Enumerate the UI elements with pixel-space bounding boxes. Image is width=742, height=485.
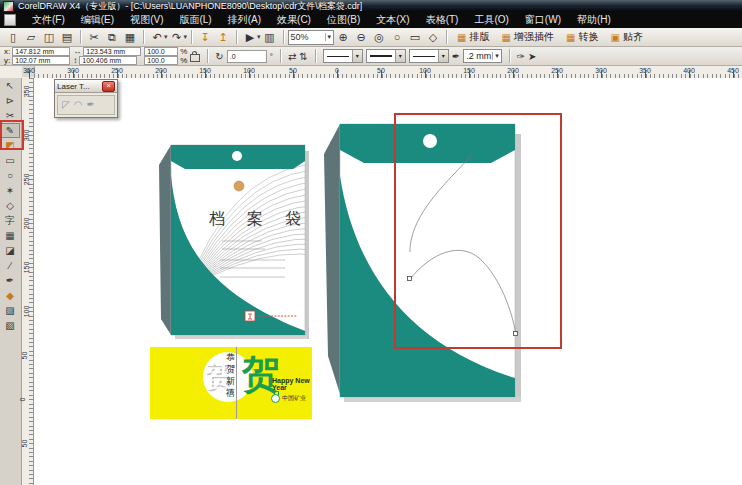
table-tool[interactable]: ▦ (0, 228, 20, 243)
x-position-field[interactable]: 147.812 mm (12, 47, 70, 56)
laser-panel-titlebar[interactable]: Laser T... × (55, 80, 117, 93)
ellipse-tool[interactable]: ○ (0, 168, 20, 183)
rectangle-tool[interactable]: ▭ (0, 153, 20, 168)
wrap-text-icon[interactable]: ✑ (517, 48, 525, 65)
polygon-tool[interactable]: ✶ (0, 183, 20, 198)
scale-fields: 100.0 % 100.0 % (144, 48, 187, 65)
close-icon[interactable]: × (102, 81, 115, 92)
copy-icon[interactable]: ⧉ (103, 29, 121, 46)
rotation-angle-field[interactable]: .0 (227, 50, 267, 63)
chevron-down-icon: ▾ (352, 50, 362, 62)
outline-pen-icon: ✒ (6, 275, 14, 286)
standard-toolbar: ▯ ▱ ◫ ▤ ✂ ⧉ ▦ ↶ ▾ ↷ ▾ ↧ ↥ ▶ ▾ ▥ 50% ▾ ⊕ … (0, 28, 742, 47)
mirror-horizontal-icon[interactable]: ⇄ (288, 48, 296, 65)
chevron-down-icon[interactable]: ▾ (492, 52, 499, 60)
zoom-in-icon[interactable]: ⊕ (334, 29, 352, 46)
menu-item-table[interactable]: 表格(T) (418, 12, 467, 28)
order-icon[interactable]: ➤ (528, 48, 536, 65)
menu-item-effects[interactable]: 效果(C) (269, 12, 319, 28)
menu-item-help[interactable]: 帮助(H) (569, 12, 619, 28)
open-icon[interactable]: ▱ (22, 29, 40, 46)
display-mode-icon[interactable]: ▥ (261, 29, 279, 46)
eyedropper-tool[interactable]: ∕ (0, 258, 20, 273)
zoom-page-icon[interactable]: ▭ (406, 29, 424, 46)
scale-v-field[interactable]: 100.0 (144, 56, 178, 65)
laser-pen-tool-icon[interactable]: ✒ (86, 99, 94, 111)
title-bar: CorelDRAW X4（专业版）- [C:\Users\LUANPHONE80… (0, 0, 742, 12)
zoom-all-icon[interactable]: ○ (388, 29, 406, 46)
chevron-down-icon[interactable]: ▾ (325, 33, 332, 41)
start-arrowhead-dropdown[interactable]: ▾ (323, 49, 363, 63)
separator (236, 30, 237, 44)
snap-plugin-button[interactable]: ▣ 贴齐 (604, 30, 648, 44)
laser-curve-tool-icon[interactable]: ◠ (74, 99, 83, 111)
shape-tool[interactable]: ⊳ (0, 93, 20, 108)
separator (315, 49, 316, 63)
menu-item-arrange[interactable]: 排列(A) (220, 12, 269, 28)
ruler-label: 100 (419, 67, 431, 74)
layout-plugin-button[interactable]: ▦ 排版 (451, 30, 495, 44)
scale-h-field[interactable]: 100.0 (144, 47, 178, 56)
new-icon[interactable]: ▯ (4, 29, 22, 46)
fill-icon: ◆ (6, 290, 14, 301)
zoom-width-icon[interactable]: ◇ (424, 29, 442, 46)
enhance-plugin-label: 增强插件 (514, 30, 554, 44)
ruler-label: 350 (23, 86, 30, 98)
outline-pen-icon[interactable]: ✒ (452, 48, 460, 65)
fill-tool[interactable]: ◆ (0, 288, 20, 303)
line-style-dropdown[interactable]: ▾ (366, 49, 406, 63)
outline-width-combo[interactable]: .2 mm ▾ (463, 49, 502, 63)
grid-icon: ▦ (502, 32, 511, 43)
height-field[interactable]: 100.406 mm (79, 56, 137, 65)
export-icon[interactable]: ↥ (214, 29, 232, 46)
ruler-label: 250 (23, 174, 30, 186)
ruler-label: 0 (335, 67, 339, 74)
separator (283, 30, 284, 44)
pick-tool[interactable]: ↖ (0, 78, 20, 93)
lock-ratio-icon[interactable] (190, 54, 200, 62)
mirror-vertical-icon[interactable]: ⇅ (299, 48, 307, 65)
greeting-card[interactable]: 贺 恭贺新禧 贺 Happy New Year 中国矿业 (150, 347, 312, 419)
save-icon[interactable]: ◫ (40, 29, 58, 46)
enhance-plugin-button[interactable]: ▦ 增强插件 (496, 30, 560, 44)
y-position-field[interactable]: 102.07 mm (12, 56, 70, 65)
chevron-down-icon: ▾ (438, 50, 448, 62)
menu-item-tools[interactable]: 工具(O) (466, 12, 516, 28)
menu-item-edit[interactable]: 编辑(E) (73, 12, 122, 28)
menu-item-text[interactable]: 文本(X) (368, 12, 417, 28)
interactive-fill-tool[interactable]: ▨ (0, 303, 20, 318)
laser-panel-title: Laser T... (57, 82, 90, 91)
menu-item-view[interactable]: 视图(V) (122, 12, 171, 28)
cut-icon[interactable]: ✂ (85, 29, 103, 46)
laser-tool-panel[interactable]: Laser T... × ◸ ◠ ✒ (54, 79, 118, 118)
rotate-icon: ↻ (215, 48, 223, 65)
import-icon[interactable]: ↧ (196, 29, 214, 46)
menu-item-bitmaps[interactable]: 位图(B) (319, 12, 368, 28)
zoom-selected-icon[interactable]: ◎ (370, 29, 388, 46)
card-brand-text: 中国矿业 (282, 394, 306, 403)
zoom-level-combo[interactable]: 50% ▾ (288, 30, 335, 45)
laser-node-tool-icon[interactable]: ◸ (62, 99, 70, 111)
outline-pen-tool[interactable]: ✒ (0, 273, 20, 288)
menu-item-file[interactable]: 文件(F) (24, 12, 73, 28)
width-field[interactable]: 123.543 mm (83, 47, 141, 56)
zoom-out-icon[interactable]: ⊖ (352, 29, 370, 46)
menu-item-layout[interactable]: 版面(L) (171, 12, 219, 28)
basic-shapes-tool[interactable]: ◇ (0, 198, 20, 213)
menu-item-window[interactable]: 窗口(W) (517, 12, 569, 28)
size-fields: ↔ 123.543 mm ↕ 100.406 mm (73, 48, 141, 65)
end-arrowhead-dropdown[interactable]: ▾ (409, 49, 449, 63)
paste-icon[interactable]: ▦ (121, 29, 139, 46)
envelope-design-left[interactable]: 档 案 袋 (157, 139, 310, 341)
redo-dropdown-icon[interactable]: ▾ (184, 33, 188, 41)
ruler-label: 350 (639, 67, 651, 74)
mesh-fill-tool[interactable]: ▧ (0, 318, 20, 333)
ruler-label: 300 (23, 130, 30, 142)
convert-plugin-button[interactable]: ▦ 转换 (560, 30, 604, 44)
chevron-down-icon: ▾ (395, 50, 405, 62)
text-tool[interactable]: 字 (0, 213, 20, 228)
blend-tool[interactable]: ◪ (0, 243, 20, 258)
separator (191, 30, 192, 44)
document-icon[interactable] (4, 14, 16, 26)
rectangle-icon: ▭ (5, 155, 14, 166)
